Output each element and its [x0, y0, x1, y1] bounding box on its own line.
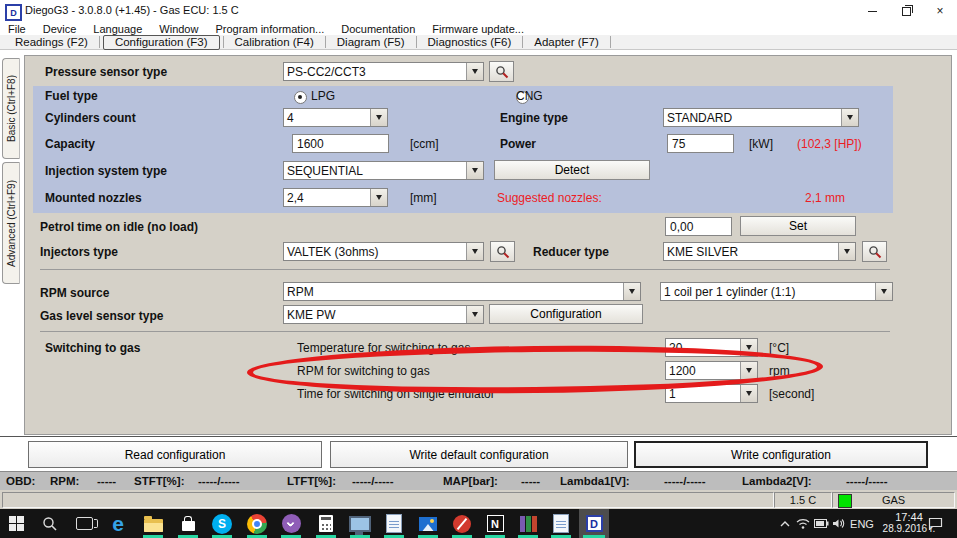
action-center-button[interactable]: [928, 509, 943, 538]
restore-button[interactable]: [889, 0, 923, 22]
skype-taskbar-item[interactable]: S: [208, 509, 236, 538]
start-button[interactable]: [2, 509, 30, 538]
notepad-icon: [386, 514, 402, 533]
chevron-up-icon: [780, 520, 790, 528]
minimize-button[interactable]: [855, 0, 889, 22]
chevron-down-icon[interactable]: [466, 306, 483, 323]
photos-taskbar-item[interactable]: [414, 509, 442, 538]
chevron-down-icon[interactable]: [370, 109, 387, 126]
language-indicator[interactable]: ENG: [848, 509, 876, 538]
task-view-icon: [76, 517, 93, 530]
file-explorer-taskbar-item[interactable]: [139, 509, 167, 538]
temperature-switch-select[interactable]: 20: [665, 338, 758, 357]
temperature-switch-label: Temperature for switching to gas: [297, 341, 470, 355]
irfanview-taskbar-item[interactable]: [448, 509, 476, 538]
chevron-down-icon[interactable]: [370, 189, 387, 206]
rpm-switch-select[interactable]: 1200: [665, 361, 758, 380]
pressure-sensor-select[interactable]: PS-CC2/CCT3: [283, 62, 484, 81]
close-button[interactable]: ×: [923, 0, 957, 22]
obd-lambda2-value: -----/-----: [846, 475, 888, 487]
chevron-down-icon[interactable]: [740, 339, 757, 356]
write-configuration-button[interactable]: Write configuration: [634, 441, 928, 468]
mounted-nozzles-select[interactable]: 2,4: [283, 188, 388, 207]
tab-adapter[interactable]: Adapter (F7): [523, 36, 610, 49]
menu-firmware-update[interactable]: Firmware update...: [432, 23, 524, 35]
volume-tray-button[interactable]: [830, 509, 848, 538]
set-button[interactable]: Set: [740, 216, 856, 236]
show-hidden-icons-button[interactable]: [776, 509, 794, 538]
action-center-icon: [928, 517, 943, 530]
wifi-tray-button[interactable]: [794, 509, 812, 538]
edge-taskbar-item[interactable]: e: [104, 509, 132, 538]
reducer-type-select[interactable]: KME SILVER: [663, 242, 856, 261]
battery-tray-button[interactable]: [812, 509, 830, 538]
tab-configuration[interactable]: Configuration (F3): [103, 35, 220, 50]
chevron-down-icon[interactable]: [841, 109, 858, 126]
notepad2-taskbar-item[interactable]: [547, 509, 575, 538]
chevron-down-icon[interactable]: [838, 243, 855, 260]
time-switch-select[interactable]: 1: [665, 384, 758, 403]
task-view-button[interactable]: [70, 509, 98, 538]
configuration-button[interactable]: Configuration: [489, 304, 643, 324]
tab-diagnostics[interactable]: Diagnostics (F6): [417, 36, 523, 49]
app-status-row: 1.5 C GAS: [0, 490, 957, 509]
menu-language[interactable]: Language: [93, 23, 142, 35]
store-bag-icon: [182, 521, 195, 531]
fuel-lpg-radio[interactable]: [294, 91, 307, 104]
search-button[interactable]: [36, 509, 64, 538]
n-app-taskbar-item[interactable]: N: [481, 509, 509, 538]
computer-taskbar-item[interactable]: [346, 509, 374, 538]
menu-file[interactable]: File: [8, 23, 26, 35]
side-tab-advanced[interactable]: Advanced (Ctrl+F9): [2, 162, 20, 284]
menu-documentation[interactable]: Documentation: [341, 23, 415, 35]
calculator-taskbar-item[interactable]: [312, 509, 340, 538]
menu-device[interactable]: Device: [43, 23, 77, 35]
chevron-down-icon[interactable]: [466, 162, 483, 179]
battery-icon: [814, 519, 829, 528]
side-tab-basic[interactable]: Basic (Ctrl+F8): [2, 58, 20, 159]
menu-program-information[interactable]: Program information...: [215, 23, 324, 35]
chevron-down-icon[interactable]: [875, 283, 892, 300]
fuel-type-label: Fuel type: [45, 89, 98, 103]
power-input[interactable]: 75: [667, 134, 734, 153]
menu-bar: File Device Language Window Program info…: [0, 22, 957, 35]
gas-indicator: [838, 494, 852, 508]
obd-map-label: MAP[bar]:: [443, 475, 498, 487]
diegog3-taskbar-item[interactable]: D: [579, 509, 609, 538]
obd-rpm-value: -----: [97, 475, 116, 487]
fuel-mode-status: GAS: [832, 492, 955, 508]
petrol-time-input[interactable]: 0,00: [665, 217, 732, 236]
injection-system-select[interactable]: SEQUENTIAL: [283, 161, 484, 180]
cylinders-count-select[interactable]: 4: [283, 108, 388, 127]
capacity-input[interactable]: 1600: [292, 134, 389, 153]
gas-level-sensor-select[interactable]: KME PW: [283, 305, 484, 324]
chevron-down-icon[interactable]: [740, 362, 757, 379]
injectors-search-button[interactable]: [490, 241, 515, 262]
chevron-down-icon[interactable]: [623, 283, 640, 300]
separator: [40, 331, 890, 332]
chevron-down-icon[interactable]: [466, 63, 483, 80]
engine-type-select[interactable]: STANDARD: [663, 108, 859, 127]
store-taskbar-item[interactable]: [174, 509, 202, 538]
chevron-down-icon[interactable]: [466, 243, 483, 260]
write-default-configuration-button[interactable]: Write default configuration: [330, 441, 628, 468]
winrar-taskbar-item[interactable]: [514, 509, 542, 538]
detect-button[interactable]: Detect: [494, 160, 650, 180]
chrome-taskbar-item[interactable]: [243, 509, 271, 538]
coil-per-cylinder-select[interactable]: 1 coil per 1 cylinder (1:1): [660, 282, 893, 301]
pressure-search-button[interactable]: [489, 61, 514, 82]
separator: [0, 436, 957, 437]
read-configuration-button[interactable]: Read configuration: [28, 441, 322, 468]
reducer-search-button[interactable]: [862, 241, 887, 262]
tab-diagram[interactable]: Diagram (F5): [326, 36, 416, 49]
menu-window[interactable]: Window: [159, 23, 198, 35]
tab-readings[interactable]: Readings (F2): [4, 36, 99, 49]
injectors-type-select[interactable]: VALTEK (3ohms): [283, 242, 484, 261]
time-switch-unit: [second]: [769, 387, 814, 401]
rpm-source-select[interactable]: RPM: [283, 282, 641, 301]
tab-calibration[interactable]: Calibration (F4): [224, 36, 325, 49]
viber-taskbar-item[interactable]: [277, 509, 305, 538]
notepad-taskbar-item[interactable]: [380, 509, 408, 538]
chevron-down-icon[interactable]: [740, 385, 757, 402]
restore-icon: [902, 7, 911, 16]
